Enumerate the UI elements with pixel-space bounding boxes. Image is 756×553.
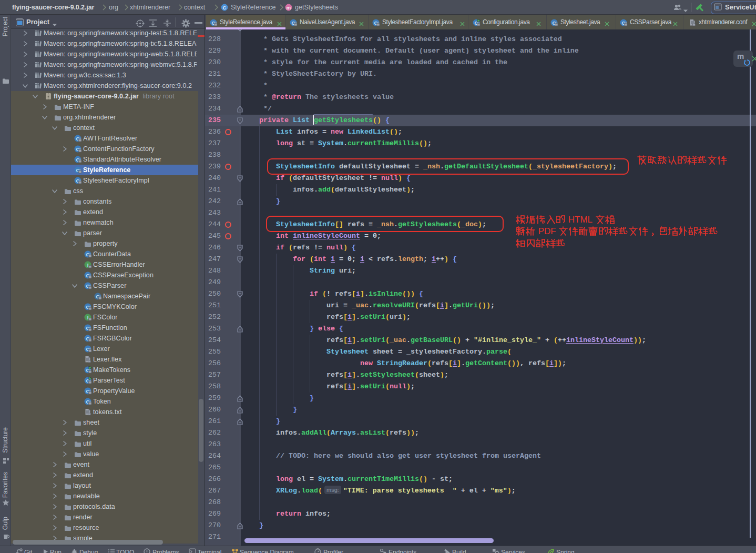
svg-text:I: I [87, 262, 89, 268]
svg-text:m: m [287, 5, 291, 11]
svg-text:I: I [87, 315, 89, 320]
svg-text:C: C [223, 5, 227, 11]
